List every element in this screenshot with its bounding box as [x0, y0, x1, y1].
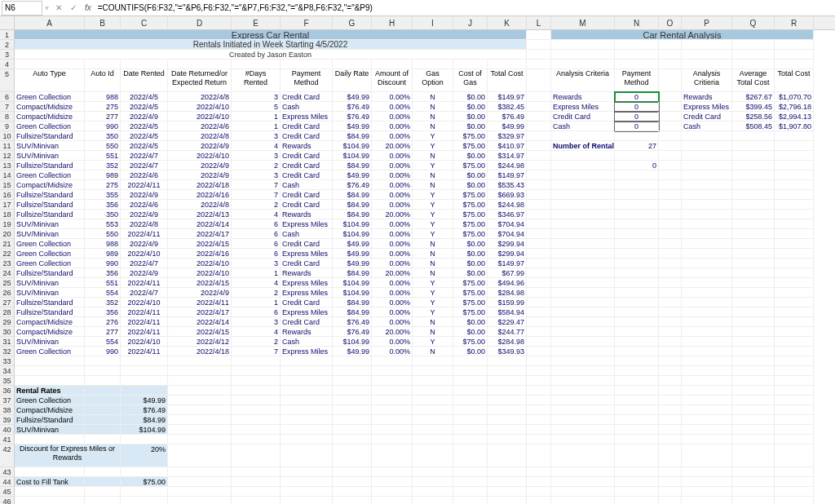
- cell[interactable]: [659, 405, 682, 415]
- cell[interactable]: [775, 376, 814, 386]
- cell[interactable]: $49.99: [333, 92, 372, 102]
- cell[interactable]: [732, 229, 775, 239]
- cell[interactable]: [527, 180, 551, 190]
- cell[interactable]: SUV/Minivan: [15, 288, 85, 298]
- cell[interactable]: $104.99: [333, 229, 372, 239]
- cell[interactable]: $0.00: [453, 327, 488, 337]
- cell[interactable]: [372, 376, 413, 386]
- cell[interactable]: Y: [413, 307, 453, 317]
- row-header[interactable]: 12: [0, 151, 15, 161]
- cell[interactable]: [413, 376, 453, 386]
- cell[interactable]: [682, 40, 732, 50]
- col-header[interactable]: B: [85, 16, 121, 29]
- cell[interactable]: Cash: [551, 122, 615, 131]
- cell[interactable]: [121, 356, 168, 366]
- cell[interactable]: $75.00: [453, 131, 488, 141]
- cell[interactable]: [775, 141, 814, 151]
- cell[interactable]: [732, 298, 775, 307]
- row-header[interactable]: 23: [0, 259, 15, 268]
- cell[interactable]: Compact/Midsize: [15, 102, 85, 112]
- cell[interactable]: [659, 288, 682, 298]
- cell[interactable]: 2022/4/5: [121, 131, 168, 141]
- cell[interactable]: $75.00: [453, 210, 488, 219]
- cell[interactable]: [333, 396, 372, 405]
- cell[interactable]: [551, 249, 615, 259]
- cell[interactable]: [732, 259, 775, 268]
- cell[interactable]: 988: [85, 92, 121, 102]
- row-header[interactable]: 39: [0, 415, 15, 425]
- cell[interactable]: [682, 219, 732, 229]
- cell[interactable]: Number of Rentals: [551, 141, 615, 151]
- cell[interactable]: $84.99: [333, 200, 372, 210]
- cell[interactable]: Y: [413, 288, 453, 298]
- cell[interactable]: 2022/4/18: [168, 180, 232, 190]
- cell[interactable]: 2022/4/16: [168, 190, 232, 200]
- cell[interactable]: [659, 366, 682, 376]
- cell[interactable]: $75.00: [453, 298, 488, 307]
- cell[interactable]: $284.98: [488, 288, 527, 298]
- cell[interactable]: 2022/4/15: [168, 239, 232, 249]
- cell[interactable]: [527, 405, 551, 415]
- cell[interactable]: $49.99: [333, 170, 372, 180]
- cell[interactable]: [682, 405, 732, 415]
- cell[interactable]: [281, 435, 333, 444]
- cell[interactable]: [333, 386, 372, 396]
- cell[interactable]: [488, 425, 527, 435]
- cell[interactable]: Analysis Criteria: [551, 69, 615, 92]
- col-header[interactable]: D: [168, 16, 232, 29]
- cell[interactable]: [682, 259, 732, 268]
- row-header[interactable]: 16: [0, 190, 15, 200]
- cell[interactable]: Y: [413, 219, 453, 229]
- cell[interactable]: 2022/4/8: [168, 92, 232, 102]
- cell[interactable]: [659, 92, 682, 102]
- cell[interactable]: 2022/4/17: [168, 307, 232, 317]
- cell[interactable]: [551, 396, 615, 405]
- cell[interactable]: [659, 347, 682, 356]
- cell[interactable]: Payment Method: [281, 69, 333, 92]
- col-header[interactable]: E: [232, 16, 281, 29]
- cell[interactable]: $0.00: [453, 170, 488, 180]
- row-header[interactable]: 1: [0, 30, 15, 40]
- cell[interactable]: $284.98: [488, 337, 527, 347]
- cell[interactable]: [775, 327, 814, 337]
- cell[interactable]: [281, 467, 333, 477]
- cell[interactable]: 277: [85, 112, 121, 122]
- row-header[interactable]: 7: [0, 102, 15, 112]
- cell[interactable]: [775, 249, 814, 259]
- cell[interactable]: [15, 60, 85, 69]
- col-header[interactable]: Q: [732, 16, 775, 29]
- cell[interactable]: 0: [615, 161, 659, 170]
- cell[interactable]: [732, 487, 775, 497]
- cell[interactable]: Rental Rates: [15, 386, 85, 396]
- cell[interactable]: 355: [85, 190, 121, 200]
- cell[interactable]: [551, 497, 615, 504]
- cell[interactable]: [682, 268, 732, 278]
- cell[interactable]: [682, 298, 732, 307]
- cell[interactable]: 0.00%: [372, 239, 413, 249]
- cell[interactable]: $75.00: [453, 200, 488, 210]
- cell[interactable]: [775, 386, 814, 396]
- cell[interactable]: [15, 487, 85, 497]
- cell[interactable]: [372, 405, 413, 415]
- cell[interactable]: $159.99: [488, 298, 527, 307]
- cell[interactable]: 4: [232, 210, 281, 219]
- cell[interactable]: [413, 467, 453, 477]
- cell[interactable]: [732, 497, 775, 504]
- cell[interactable]: [551, 337, 615, 347]
- cancel-icon[interactable]: ✕: [55, 3, 62, 12]
- cell[interactable]: 4: [232, 141, 281, 151]
- row-header[interactable]: 36: [0, 386, 15, 396]
- cell[interactable]: [775, 268, 814, 278]
- cell[interactable]: [232, 396, 281, 405]
- cell[interactable]: [775, 467, 814, 477]
- cell[interactable]: [615, 210, 659, 219]
- cell[interactable]: [232, 366, 281, 376]
- cell[interactable]: [488, 386, 527, 396]
- cell[interactable]: 2022/4/13: [168, 210, 232, 219]
- cell[interactable]: Compact/Midsize: [15, 327, 85, 337]
- cell[interactable]: [682, 356, 732, 366]
- cell[interactable]: $149.97: [488, 92, 527, 102]
- cell[interactable]: [413, 435, 453, 444]
- cell[interactable]: [615, 239, 659, 249]
- cell[interactable]: $75.00: [453, 229, 488, 239]
